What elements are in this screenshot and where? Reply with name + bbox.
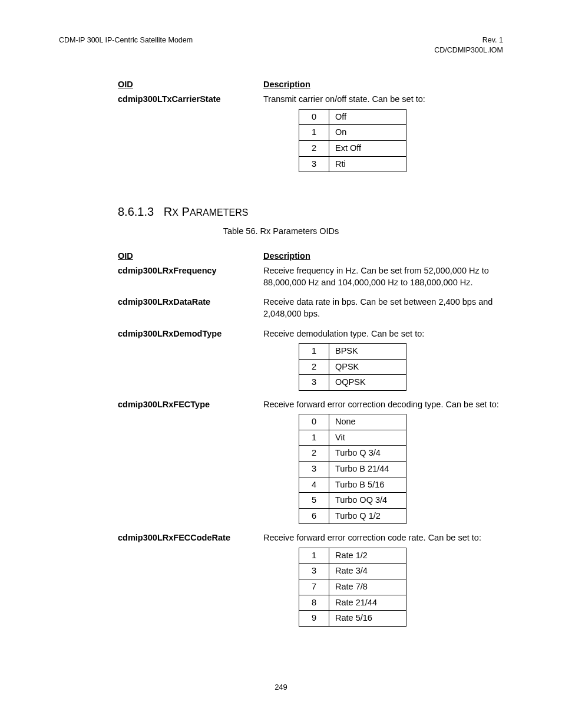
oid-desc: Receive demodulation type. Can be set to… <box>263 328 503 397</box>
val-key: 1 <box>299 125 329 141</box>
val-label: On <box>329 125 406 141</box>
val-key: 3 <box>299 375 329 391</box>
val-label: Rate 5/16 <box>329 611 406 627</box>
val-key: 6 <box>299 508 329 524</box>
oid-row: cdmip300LRxFrequency Receive frequency i… <box>118 265 503 288</box>
val-key: 1 <box>299 344 329 360</box>
val-key: 2 <box>299 141 329 157</box>
oid-row: cdmip300LRxDemodType Receive demodulatio… <box>118 328 503 397</box>
oid-desc-text: Receive demodulation type. Can be set to… <box>263 329 424 338</box>
oid-desc: Receive forward error correction code ra… <box>263 532 503 632</box>
tx-oid-block: OID Description cdmip300LTxCarrierState … <box>118 79 503 178</box>
section-number: 8.6.1.3 <box>118 205 154 218</box>
table-row: 1On <box>299 125 406 141</box>
header-rev: Rev. 1 <box>434 35 503 45</box>
heading-p: P <box>182 205 190 218</box>
val-label: Turbo OQ 3/4 <box>329 493 406 509</box>
val-key: 4 <box>299 477 329 493</box>
table-row: 9Rate 5/16 <box>299 611 406 627</box>
oid-row: cdmip300LTxCarrierState Transmit carrier… <box>118 94 503 178</box>
col-header-oid: OID <box>118 79 263 91</box>
val-label: Rate 1/2 <box>329 548 406 564</box>
document-page: CDM-IP 300L IP-Centric Satellite Modem R… <box>0 0 562 728</box>
oid-desc: Receive frequency in Hz. Can be set from… <box>263 265 503 288</box>
heading-r: R <box>164 205 172 218</box>
table-row: 6Turbo Q 1/2 <box>299 508 406 524</box>
val-key: 2 <box>299 446 329 462</box>
rx-oid-block: OID Description cdmip300LRxFrequency Rec… <box>118 251 503 633</box>
val-key: 3 <box>299 156 329 172</box>
oid-row: cdmip300LRxFECType Receive forward error… <box>118 399 503 531</box>
val-label: Turbo Q 1/2 <box>329 508 406 524</box>
column-headers: OID Description <box>118 79 503 91</box>
table-row: 4Turbo B 5/16 <box>299 477 406 493</box>
val-label: Turbo B 21/44 <box>329 462 406 477</box>
value-table: 0None 1Vit 2Turbo Q 3/4 3Turbo B 21/44 4… <box>299 414 406 524</box>
val-label: QPSK <box>329 359 406 375</box>
section-heading: 8.6.1.3 RX PARAMETERS <box>118 204 503 220</box>
oid-desc: Receive data rate in bps. Can be set bet… <box>263 297 503 319</box>
val-key: 8 <box>299 595 329 611</box>
val-label: BPSK <box>329 344 406 360</box>
oid-name: cdmip300LRxFECType <box>118 399 263 531</box>
val-key: 0 <box>299 109 329 125</box>
val-key: 1 <box>299 430 329 446</box>
table-row: 8Rate 21/44 <box>299 595 406 611</box>
oid-desc-text: Transmit carrier on/off state. Can be se… <box>263 94 425 104</box>
col-header-desc: Description <box>263 251 310 262</box>
val-label: OQPSK <box>329 375 406 391</box>
table-row: 3Rate 3/4 <box>299 564 406 579</box>
oid-desc: Receive forward error correction decodin… <box>263 399 503 531</box>
col-header-oid: OID <box>118 251 263 262</box>
oid-desc-text: Receive forward error correction decodin… <box>263 400 499 409</box>
val-key: 7 <box>299 579 329 595</box>
header-left: CDM-IP 300L IP-Centric Satellite Modem <box>59 35 193 55</box>
table-caption: Table 56. Rx Parameters OIDs <box>59 226 503 238</box>
value-table: 1BPSK 2QPSK 3OQPSK <box>299 343 406 391</box>
table-row: 3Rti <box>299 156 406 172</box>
val-label: Ext Off <box>329 141 406 157</box>
heading-x: X <box>172 207 178 218</box>
table-row: 1Rate 1/2 <box>299 548 406 564</box>
table-row: 7Rate 7/8 <box>299 579 406 595</box>
table-row: 1BPSK <box>299 344 406 360</box>
table-row: 1Vit <box>299 430 406 446</box>
val-key: 9 <box>299 611 329 627</box>
val-label: Rate 21/44 <box>329 595 406 611</box>
oid-row: cdmip300LRxDataRate Receive data rate in… <box>118 297 503 319</box>
page-number: 249 <box>0 682 562 693</box>
oid-desc: Transmit carrier on/off state. Can be se… <box>263 94 503 178</box>
val-label: Rti <box>329 156 406 172</box>
val-key: 2 <box>299 359 329 375</box>
value-table: 0Off 1On 2Ext Off 3Rti <box>299 109 406 172</box>
table-row: 2QPSK <box>299 359 406 375</box>
oid-row: cdmip300LRxFECCodeRate Receive forward e… <box>118 532 503 632</box>
val-label: Vit <box>329 430 406 446</box>
header-right: Rev. 1 CD/CDMIP300L.IOM <box>434 35 503 55</box>
table-row: 0None <box>299 414 406 430</box>
oid-name: cdmip300LRxDemodType <box>118 328 263 397</box>
val-key: 5 <box>299 493 329 509</box>
val-key: 0 <box>299 414 329 430</box>
val-label: None <box>329 414 406 430</box>
table-row: 5Turbo OQ 3/4 <box>299 493 406 509</box>
col-header-desc: Description <box>263 79 310 91</box>
val-label: Rate 3/4 <box>329 564 406 579</box>
val-key: 3 <box>299 564 329 579</box>
header-doc: CD/CDMIP300L.IOM <box>434 45 503 55</box>
val-key: 1 <box>299 548 329 564</box>
table-row: 0Off <box>299 109 406 125</box>
val-label: Rate 7/8 <box>329 579 406 595</box>
value-table: 1Rate 1/2 3Rate 3/4 7Rate 7/8 8Rate 21/4… <box>299 548 406 627</box>
oid-name: cdmip300LTxCarrierState <box>118 94 263 178</box>
oid-name: cdmip300LRxFECCodeRate <box>118 532 263 632</box>
heading-arams: ARAMETERS <box>190 207 249 218</box>
page-header: CDM-IP 300L IP-Centric Satellite Modem R… <box>59 35 503 55</box>
oid-name: cdmip300LRxFrequency <box>118 265 263 288</box>
val-label: Off <box>329 109 406 125</box>
val-label: Turbo B 5/16 <box>329 477 406 493</box>
table-row: 3OQPSK <box>299 375 406 391</box>
column-headers: OID Description <box>118 251 503 262</box>
table-row: 3Turbo B 21/44 <box>299 462 406 477</box>
oid-desc-text: Receive forward error correction code ra… <box>263 533 481 542</box>
